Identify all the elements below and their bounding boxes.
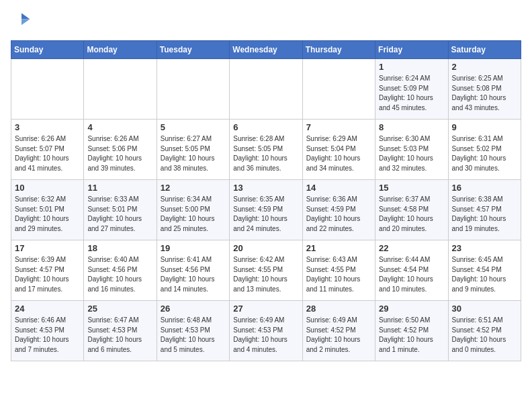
weekday-header: Saturday	[448, 41, 521, 59]
calendar-cell: 4Sunrise: 6:26 AM Sunset: 5:06 PM Daylig…	[84, 120, 157, 180]
calendar-cell: 10Sunrise: 6:32 AM Sunset: 5:01 PM Dayli…	[11, 180, 84, 240]
calendar-cell: 20Sunrise: 6:42 AM Sunset: 4:55 PM Dayli…	[230, 240, 302, 301]
calendar-cell: 14Sunrise: 6:36 AM Sunset: 4:59 PM Dayli…	[302, 180, 375, 240]
calendar-cell: 26Sunrise: 6:48 AM Sunset: 4:53 PM Dayli…	[157, 301, 229, 361]
calendar-cell: 8Sunrise: 6:30 AM Sunset: 5:03 PM Daylig…	[375, 120, 448, 180]
day-number: 3	[15, 122, 80, 132]
calendar-cell: 22Sunrise: 6:44 AM Sunset: 4:54 PM Dayli…	[375, 240, 448, 301]
day-info: Sunrise: 6:40 AM Sunset: 4:56 PM Dayligh…	[87, 255, 152, 294]
day-number: 12	[161, 183, 226, 193]
day-number: 23	[452, 243, 517, 253]
day-number: 1	[379, 62, 444, 72]
day-number: 29	[379, 304, 444, 314]
day-info: Sunrise: 6:43 AM Sunset: 4:55 PM Dayligh…	[306, 255, 371, 294]
weekday-header: Sunday	[11, 41, 84, 59]
day-number: 6	[233, 122, 298, 132]
weekday-header: Wednesday	[230, 41, 302, 59]
day-number: 30	[452, 304, 517, 314]
calendar-cell: 6Sunrise: 6:28 AM Sunset: 5:05 PM Daylig…	[230, 120, 302, 180]
day-info: Sunrise: 6:50 AM Sunset: 4:52 PM Dayligh…	[379, 316, 444, 355]
calendar-week-row: 24Sunrise: 6:46 AM Sunset: 4:53 PM Dayli…	[11, 301, 521, 361]
day-number: 4	[87, 122, 152, 132]
calendar-week-row: 1Sunrise: 6:24 AM Sunset: 5:09 PM Daylig…	[11, 59, 521, 120]
day-info: Sunrise: 6:42 AM Sunset: 4:55 PM Dayligh…	[233, 255, 298, 294]
day-info: Sunrise: 6:48 AM Sunset: 4:53 PM Dayligh…	[161, 316, 226, 355]
day-info: Sunrise: 6:35 AM Sunset: 4:59 PM Dayligh…	[233, 195, 298, 234]
day-number: 19	[161, 243, 226, 253]
calendar-cell: 24Sunrise: 6:46 AM Sunset: 4:53 PM Dayli…	[11, 301, 84, 361]
day-info: Sunrise: 6:25 AM Sunset: 5:08 PM Dayligh…	[452, 74, 517, 113]
day-info: Sunrise: 6:41 AM Sunset: 4:56 PM Dayligh…	[161, 255, 226, 294]
day-info: Sunrise: 6:38 AM Sunset: 4:57 PM Dayligh…	[452, 195, 517, 234]
day-number: 17	[15, 243, 80, 253]
day-info: Sunrise: 6:49 AM Sunset: 4:52 PM Dayligh…	[306, 316, 371, 355]
day-info: Sunrise: 6:39 AM Sunset: 4:57 PM Dayligh…	[15, 255, 80, 294]
calendar-cell: 11Sunrise: 6:33 AM Sunset: 5:01 PM Dayli…	[84, 180, 157, 240]
day-info: Sunrise: 6:29 AM Sunset: 5:04 PM Dayligh…	[306, 134, 371, 173]
day-number: 15	[379, 183, 444, 193]
day-number: 18	[87, 243, 152, 253]
calendar-cell: 27Sunrise: 6:49 AM Sunset: 4:53 PM Dayli…	[230, 301, 302, 361]
day-info: Sunrise: 6:44 AM Sunset: 4:54 PM Dayligh…	[379, 255, 444, 294]
day-info: Sunrise: 6:24 AM Sunset: 5:09 PM Dayligh…	[379, 74, 444, 113]
day-number: 25	[87, 304, 152, 314]
day-info: Sunrise: 6:46 AM Sunset: 4:53 PM Dayligh…	[15, 316, 80, 355]
day-info: Sunrise: 6:28 AM Sunset: 5:05 PM Dayligh…	[233, 134, 298, 173]
day-number: 2	[452, 62, 517, 72]
day-number: 13	[233, 183, 298, 193]
day-number: 14	[306, 183, 371, 193]
calendar-week-row: 10Sunrise: 6:32 AM Sunset: 5:01 PM Dayli…	[11, 180, 521, 240]
calendar-cell: 25Sunrise: 6:47 AM Sunset: 4:53 PM Dayli…	[84, 301, 157, 361]
day-number: 22	[379, 243, 444, 253]
page-header	[11, 11, 521, 32]
logo-icon	[11, 11, 32, 32]
calendar-cell: 17Sunrise: 6:39 AM Sunset: 4:57 PM Dayli…	[11, 240, 84, 301]
calendar-cell: 9Sunrise: 6:31 AM Sunset: 5:02 PM Daylig…	[448, 120, 521, 180]
calendar-cell: 18Sunrise: 6:40 AM Sunset: 4:56 PM Dayli…	[84, 240, 157, 301]
weekday-header: Monday	[84, 41, 157, 59]
calendar-header: SundayMondayTuesdayWednesdayThursdayFrid…	[11, 41, 521, 59]
calendar-week-row: 17Sunrise: 6:39 AM Sunset: 4:57 PM Dayli…	[11, 240, 521, 301]
day-number: 24	[15, 304, 80, 314]
calendar-cell: 2Sunrise: 6:25 AM Sunset: 5:08 PM Daylig…	[448, 59, 521, 120]
day-info: Sunrise: 6:47 AM Sunset: 4:53 PM Dayligh…	[87, 316, 152, 355]
day-info: Sunrise: 6:30 AM Sunset: 5:03 PM Dayligh…	[379, 134, 444, 173]
day-info: Sunrise: 6:27 AM Sunset: 5:05 PM Dayligh…	[161, 134, 226, 173]
day-info: Sunrise: 6:51 AM Sunset: 4:52 PM Dayligh…	[452, 316, 517, 355]
day-number: 7	[306, 122, 371, 132]
day-number: 27	[233, 304, 298, 314]
calendar-cell: 5Sunrise: 6:27 AM Sunset: 5:05 PM Daylig…	[157, 120, 229, 180]
calendar-cell: 7Sunrise: 6:29 AM Sunset: 5:04 PM Daylig…	[302, 120, 375, 180]
calendar-cell: 13Sunrise: 6:35 AM Sunset: 4:59 PM Dayli…	[230, 180, 302, 240]
calendar-table: SundayMondayTuesdayWednesdayThursdayFrid…	[11, 40, 521, 361]
calendar-cell: 30Sunrise: 6:51 AM Sunset: 4:52 PM Dayli…	[448, 301, 521, 361]
day-number: 8	[379, 122, 444, 132]
weekday-header: Tuesday	[157, 41, 229, 59]
calendar-cell: 12Sunrise: 6:34 AM Sunset: 5:00 PM Dayli…	[157, 180, 229, 240]
calendar-cell: 29Sunrise: 6:50 AM Sunset: 4:52 PM Dayli…	[375, 301, 448, 361]
calendar-cell: 28Sunrise: 6:49 AM Sunset: 4:52 PM Dayli…	[302, 301, 375, 361]
calendar-cell: 16Sunrise: 6:38 AM Sunset: 4:57 PM Dayli…	[448, 180, 521, 240]
day-info: Sunrise: 6:33 AM Sunset: 5:01 PM Dayligh…	[87, 195, 152, 234]
calendar-week-row: 3Sunrise: 6:26 AM Sunset: 5:07 PM Daylig…	[11, 120, 521, 180]
day-number: 20	[233, 243, 298, 253]
day-info: Sunrise: 6:34 AM Sunset: 5:00 PM Dayligh…	[161, 195, 226, 234]
day-number: 9	[452, 122, 517, 132]
calendar-cell: 3Sunrise: 6:26 AM Sunset: 5:07 PM Daylig…	[11, 120, 84, 180]
day-info: Sunrise: 6:26 AM Sunset: 5:07 PM Dayligh…	[15, 134, 80, 173]
calendar-cell: 19Sunrise: 6:41 AM Sunset: 4:56 PM Dayli…	[157, 240, 229, 301]
day-number: 11	[87, 183, 152, 193]
logo	[11, 11, 35, 32]
day-info: Sunrise: 6:37 AM Sunset: 4:58 PM Dayligh…	[379, 195, 444, 234]
calendar-cell	[11, 59, 84, 120]
day-info: Sunrise: 6:45 AM Sunset: 4:54 PM Dayligh…	[452, 255, 517, 294]
weekday-header: Friday	[375, 41, 448, 59]
day-number: 26	[161, 304, 226, 314]
day-info: Sunrise: 6:31 AM Sunset: 5:02 PM Dayligh…	[452, 134, 517, 173]
day-info: Sunrise: 6:26 AM Sunset: 5:06 PM Dayligh…	[87, 134, 152, 173]
calendar-cell	[84, 59, 157, 120]
day-info: Sunrise: 6:49 AM Sunset: 4:53 PM Dayligh…	[233, 316, 298, 355]
day-info: Sunrise: 6:36 AM Sunset: 4:59 PM Dayligh…	[306, 195, 371, 234]
day-number: 10	[15, 183, 80, 193]
calendar-cell: 21Sunrise: 6:43 AM Sunset: 4:55 PM Dayli…	[302, 240, 375, 301]
